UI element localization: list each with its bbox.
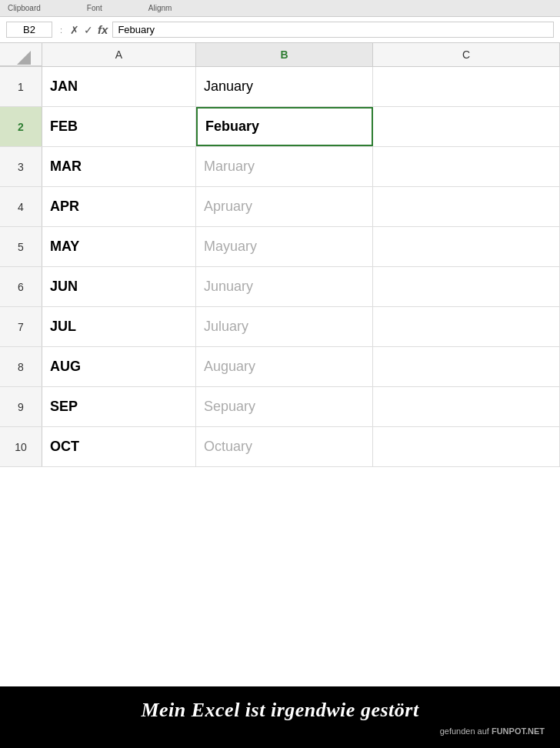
column-header-a[interactable]: A: [42, 43, 196, 66]
corner-cell[interactable]: [0, 43, 42, 66]
row-number-1[interactable]: 1: [0, 67, 42, 106]
formula-input[interactable]: Febuary: [112, 22, 554, 38]
row-number-4[interactable]: 4: [0, 187, 42, 226]
source-label: gefunden auf: [440, 726, 489, 736]
rows-container: 1JANJanuary2FEBFebuary3MARMaruary4APRApr…: [0, 67, 560, 686]
spreadsheet: A B C 1JANJanuary2FEBFebuary3MARMaruary4…: [0, 43, 560, 686]
confirm-icon[interactable]: ✓: [84, 24, 93, 36]
cell-b5[interactable]: Mayuary: [196, 227, 373, 266]
cell-c2[interactable]: [373, 107, 560, 146]
cell-b4[interactable]: Apruary: [196, 187, 373, 226]
cell-b10[interactable]: Octuary: [196, 427, 373, 466]
cell-b8[interactable]: Auguary: [196, 347, 373, 386]
cell-c6[interactable]: [373, 267, 560, 306]
cell-c9[interactable]: [373, 387, 560, 426]
row-number-5[interactable]: 5: [0, 227, 42, 266]
font-section-label: Font: [87, 4, 102, 12]
ribbon-top: Clipboard Font Alignm: [0, 0, 560, 17]
cell-c10[interactable]: [373, 427, 560, 466]
cell-c3[interactable]: [373, 147, 560, 186]
formula-bar: B2 : ✗ ✓ fx Febuary: [0, 17, 560, 43]
cell-b9[interactable]: Sepuary: [196, 387, 373, 426]
cell-a7[interactable]: JUL: [42, 307, 196, 346]
cell-b1[interactable]: January: [196, 67, 373, 106]
funpot-label: gefunden auf FUNPOT.NET: [15, 726, 545, 736]
cell-b6[interactable]: Junuary: [196, 267, 373, 306]
cell-a2[interactable]: FEB: [42, 107, 196, 146]
select-all-triangle: [17, 51, 31, 65]
row-number-8[interactable]: 8: [0, 347, 42, 386]
table-row: 8AUGAuguary: [0, 347, 560, 387]
row-number-3[interactable]: 3: [0, 147, 42, 186]
cell-b3[interactable]: Maruary: [196, 147, 373, 186]
row-number-7[interactable]: 7: [0, 307, 42, 346]
row-number-2[interactable]: 2: [0, 107, 42, 146]
caption-area: Mein Excel ist irgendwie gestört gefunde…: [0, 686, 560, 748]
table-row: 3MARMaruary: [0, 147, 560, 187]
cell-a8[interactable]: AUG: [42, 347, 196, 386]
table-row: 10OCTOctuary: [0, 427, 560, 467]
table-row: 1JANJanuary: [0, 67, 560, 107]
column-header-b[interactable]: B: [196, 43, 373, 66]
table-row: 5MAYMayuary: [0, 227, 560, 267]
column-header-c[interactable]: C: [373, 43, 560, 66]
caption-text: Mein Excel ist irgendwie gestört: [141, 699, 418, 722]
cell-c7[interactable]: [373, 307, 560, 346]
table-row: 2FEBFebuary: [0, 107, 560, 147]
cell-a1[interactable]: JAN: [42, 67, 196, 106]
cell-a5[interactable]: MAY: [42, 227, 196, 266]
cell-b2[interactable]: Febuary: [196, 107, 373, 146]
cancel-icon[interactable]: ✗: [70, 24, 79, 36]
cell-c5[interactable]: [373, 227, 560, 266]
table-row: 7JULJuluary: [0, 307, 560, 347]
formula-icons: ✗ ✓ fx: [70, 23, 108, 36]
cell-a9[interactable]: SEP: [42, 387, 196, 426]
cell-b7[interactable]: Juluary: [196, 307, 373, 346]
table-row: 9SEPSepuary: [0, 387, 560, 427]
cell-reference-box[interactable]: B2: [6, 22, 52, 38]
fx-icon[interactable]: fx: [98, 23, 108, 36]
cell-a6[interactable]: JUN: [42, 267, 196, 306]
row-number-9[interactable]: 9: [0, 387, 42, 426]
cell-c8[interactable]: [373, 347, 560, 386]
row-number-6[interactable]: 6: [0, 267, 42, 306]
cell-a4[interactable]: APR: [42, 187, 196, 226]
table-row: 6JUNJunuary: [0, 267, 560, 307]
cell-c4[interactable]: [373, 187, 560, 226]
cell-a10[interactable]: OCT: [42, 427, 196, 466]
alignment-section-label: Alignm: [148, 4, 172, 12]
table-row: 4APRApruary: [0, 187, 560, 227]
cell-c1[interactable]: [373, 67, 560, 106]
clipboard-section-label: Clipboard: [8, 4, 41, 12]
column-headers: A B C: [0, 43, 560, 67]
formula-bar-separator: :: [57, 25, 65, 35]
cell-a3[interactable]: MAR: [42, 147, 196, 186]
row-number-10[interactable]: 10: [0, 427, 42, 466]
funpot-brand: FUNPOT.NET: [492, 726, 545, 736]
